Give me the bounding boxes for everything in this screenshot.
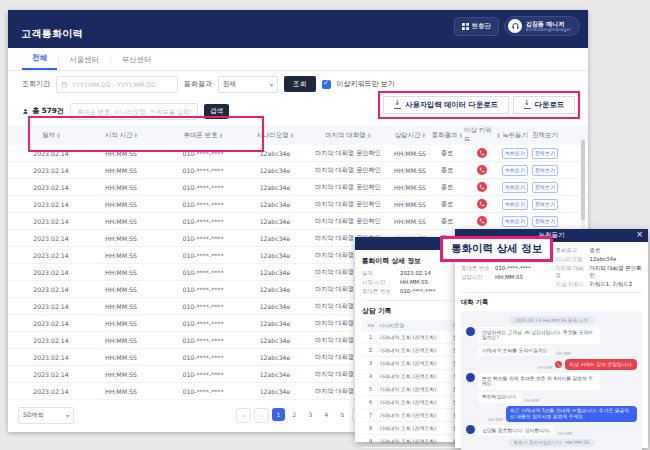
period-label: 조회기간: [22, 79, 50, 89]
column-abnormal-keyword[interactable]: 이상 키워드: [464, 126, 500, 144]
bot-avatar-icon: [466, 327, 475, 336]
chat-section-title: 대화 기록: [461, 298, 642, 307]
center-tabs: 전체 | 서울센터 | 부산센터: [8, 48, 588, 71]
keyword-search-button[interactable]: 검색: [204, 104, 230, 119]
view-all-button[interactable]: 전체보기: [532, 216, 558, 227]
scrollbar-thumb[interactable]: [581, 140, 585, 220]
tab-seoul-center[interactable]: 서울센터: [59, 51, 109, 70]
listen-recording-button[interactable]: 녹취듣기: [502, 216, 528, 227]
message-time: HH:MM: [537, 365, 552, 370]
user-input-download-button[interactable]: 사용자입력 데이터 다운로드: [383, 96, 509, 114]
cell-start-time: HH:MM:SS: [80, 201, 162, 208]
keyword-search-field[interactable]: [75, 107, 193, 116]
chevron-down-icon: ▾: [270, 81, 273, 88]
user-input-download-label: 사용자입력 데이터 다운로드: [405, 100, 498, 110]
table-row[interactable]: 2023.02.14 HH:MM:SS 010-****-**** 12abc3…: [8, 162, 588, 179]
column-start-time[interactable]: 시작 시간: [80, 131, 162, 140]
sort-icon[interactable]: [459, 132, 462, 138]
page-button[interactable]: 2: [288, 408, 301, 421]
sort-icon[interactable]: [57, 132, 60, 138]
view-all-button[interactable]: 전체보기: [532, 148, 558, 159]
page-button[interactable]: 1: [272, 408, 285, 421]
column-date[interactable]: 일자: [22, 131, 80, 140]
bot-message: 상담을 종료합니다. 감사합니다. HH:MM: [466, 425, 637, 436]
cell-scenario: 12abc34e: [244, 388, 306, 395]
column-result[interactable]: 통화결과: [430, 131, 464, 140]
column-scenario[interactable]: 시나리오명: [244, 131, 306, 140]
cell-date: 2023.02.14: [22, 371, 80, 378]
listen-recording-button[interactable]: 녹취듣기: [502, 165, 528, 176]
tab-all[interactable]: 전체: [22, 49, 57, 70]
cell-start-time: HH:MM:SS: [80, 167, 162, 174]
detail-highlight-badge: 통화이력 상세 정보: [440, 236, 553, 262]
view-all-button[interactable]: 전체보기: [532, 199, 558, 210]
cell-result: 종료: [430, 149, 464, 158]
close-icon[interactable]: ×: [636, 230, 643, 239]
date-range-field[interactable]: [70, 80, 173, 89]
cell-scenario: 12abc34e: [244, 269, 306, 276]
call-result-select[interactable]: 전체 ▾: [218, 76, 278, 93]
cell-date: 2023.02.14: [22, 388, 80, 395]
page-button[interactable]: ‹: [254, 408, 269, 423]
listen-recording-button[interactable]: 녹취듣기: [502, 182, 528, 193]
filter-search-button[interactable]: 조회: [284, 76, 316, 92]
cell-start-time: HH:MM:SS: [80, 150, 162, 157]
sort-icon[interactable]: [368, 132, 371, 138]
cell-phone: 010-****-****: [162, 303, 244, 310]
abnormal-only-checkbox[interactable]: [322, 80, 331, 89]
cell-start-time: HH:MM:SS: [80, 184, 162, 191]
message-time: HH:MM: [524, 398, 539, 403]
download-highlight-box: 사용자입력 데이터 다운로드 다운로드: [378, 91, 580, 119]
cell-result: 종료: [430, 166, 464, 175]
cell-scenario: 12abc34e: [244, 286, 306, 293]
page-button[interactable]: 4: [320, 408, 333, 421]
dashboard-button[interactable]: 현황판: [454, 17, 500, 36]
table-row[interactable]: 2023.02.14 HH:MM:SS 010-****-**** 12abc3…: [8, 179, 588, 196]
cell-scenario: 12abc34e: [244, 167, 306, 174]
cell-phone: 010-****-****: [162, 337, 244, 344]
table-row[interactable]: 2023.02.14 HH:MM:SS 010-****-**** 12abc3…: [8, 213, 588, 230]
cell-date: 2023.02.14: [22, 337, 80, 344]
cell-date: 2023.02.14: [22, 303, 80, 310]
view-all-button[interactable]: 전체보기: [532, 165, 558, 176]
sort-icon[interactable]: [134, 132, 137, 138]
listen-recording-button[interactable]: 녹취듣기: [502, 148, 528, 159]
column-view-all: 전체보기: [530, 131, 560, 140]
date-range-input[interactable]: [56, 76, 178, 93]
column-last-dialog[interactable]: 마지막 대화명: [306, 131, 390, 140]
detail-field: 시작 시간HH:MM:SS: [362, 279, 467, 286]
cell-scenario: 12abc34e: [244, 354, 306, 361]
page-button[interactable]: 3: [304, 408, 317, 421]
view-all-button[interactable]: 전체보기: [532, 182, 558, 193]
record-field: 마지막 대화명마지막 대화명 문안확인: [556, 265, 643, 278]
bot-message: 안녕하세요 고객님. AI 상담사입니다. 무엇을 도와드릴까요? 거래내역 조…: [466, 327, 637, 356]
tab-busan-center[interactable]: 부산센터: [112, 51, 162, 70]
download-button[interactable]: 다운로드: [513, 96, 575, 114]
page-button[interactable]: 5: [336, 408, 349, 421]
cell-result: 종료: [430, 183, 464, 192]
calendar-icon: [61, 81, 67, 88]
sort-icon[interactable]: [220, 132, 223, 138]
cell-scenario: 12abc34e: [244, 235, 306, 242]
table-row[interactable]: 2023.02.14 HH:MM:SS 010-****-**** 12abc3…: [8, 196, 588, 213]
table-toolbar: 총 579건 검색 사용자입력 데이터 다운로드 다운로드: [8, 97, 588, 125]
cell-start-time: HH:MM:SS: [80, 218, 162, 225]
cell-start-time: HH:MM:SS: [80, 388, 162, 395]
column-duration[interactable]: 상담시간: [390, 131, 430, 140]
column-phone[interactable]: 휴대폰 번호: [162, 131, 244, 140]
cell-date: 2023.02.14: [22, 286, 80, 293]
keyword-search-input[interactable]: [70, 103, 198, 120]
sort-icon[interactable]: [422, 132, 425, 138]
dashboard-label: 현황판: [472, 22, 492, 31]
table-row[interactable]: 2023.02.14 HH:MM:SS 010-****-**** 12abc3…: [8, 145, 588, 162]
listen-recording-button[interactable]: 녹취듣기: [502, 199, 528, 210]
sort-icon[interactable]: [291, 132, 294, 138]
page-button[interactable]: «: [236, 408, 251, 423]
page-size-select[interactable]: 50개씩 ▾: [18, 407, 74, 424]
cell-abnormal: [464, 199, 500, 209]
grid-icon: [462, 23, 469, 30]
chat-end-chip: 통화가 종료되었습니다 · HH:MM:SS: [508, 439, 596, 447]
cell-scenario: 12abc34e: [244, 337, 306, 344]
user-menu-button[interactable]: 김길동 매니저 kimkildongmanager: [504, 16, 580, 36]
detail-field: 휴대폰 번호010-****-****: [362, 288, 467, 295]
